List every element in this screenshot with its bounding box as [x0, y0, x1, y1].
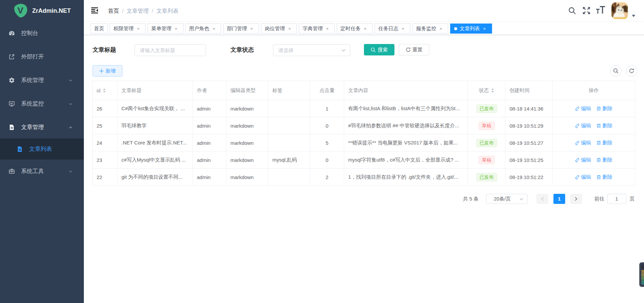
svg-text:V: V [17, 5, 23, 15]
